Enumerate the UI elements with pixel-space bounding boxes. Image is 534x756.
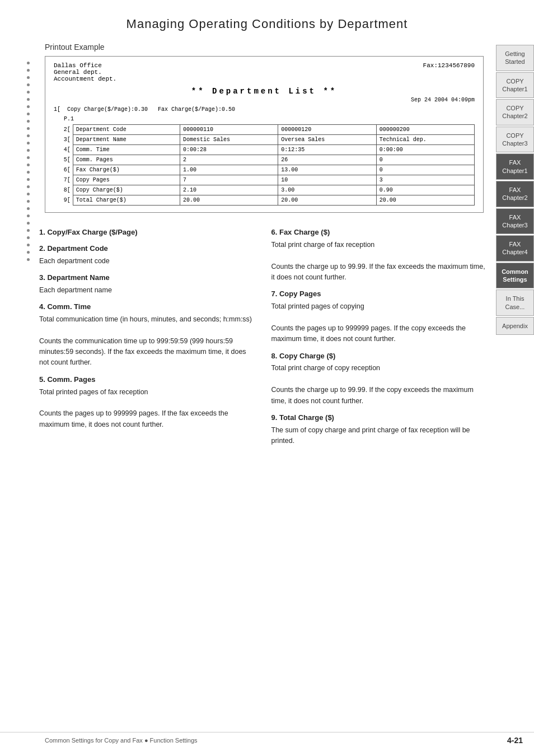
- table-row: 8[ Copy Charge($) 2.10 3.00 0.90: [54, 185, 475, 195]
- cell-data: 0:12:35: [278, 145, 376, 155]
- page-title: Managing Operating Conditions by Departm…: [0, 0, 534, 43]
- desc-heading-5: 5. Comm. Pages: [39, 374, 255, 386]
- desc-heading-8: 8. Copy Charge ($): [271, 351, 487, 362]
- desc-item-7: 7. Copy Pages Total printed pages of cop…: [271, 288, 487, 344]
- charge-line: 1[ Copy Charge($/Page):0.30 Fax Charge($…: [54, 106, 475, 113]
- table-row: 5[ Comm. Pages 2 26 0: [54, 155, 475, 165]
- desc-body-3: Each department name: [39, 285, 255, 296]
- cell-data: Technical dep.: [376, 135, 474, 145]
- footer-text: Common Settings for Copy and Fax ● Funct…: [45, 737, 198, 744]
- desc-body-7: Total printed pages of copying Counts th…: [271, 301, 487, 345]
- cell-data: 000000110: [180, 125, 278, 135]
- row-num: 9[: [54, 195, 73, 206]
- cell-label: Copy Pages: [73, 175, 180, 185]
- desc-item-2: 2. Department Code Each department code: [39, 243, 255, 267]
- tab-fax-chapter1[interactable]: FAXChapter1: [496, 153, 534, 180]
- cell-data: 20.00: [278, 195, 376, 206]
- cell-label: Department Name: [73, 135, 180, 145]
- row-num: 8[: [54, 185, 73, 195]
- cell-data: 26: [278, 155, 376, 165]
- cell-data: 0:00:00: [376, 145, 474, 155]
- table-row: 2[ Department Code 000000110 000000120 0…: [54, 125, 475, 135]
- table-row: 9[ Total Charge($) 20.00 20.00 20.00: [54, 195, 475, 206]
- tab-copy-chapter2[interactable]: COPYChapter2: [496, 99, 534, 125]
- printout-sender: Dallas OfficeGeneral dept.Accountment de…: [54, 62, 116, 82]
- desc-body-8: Total print charge of copy reception Cou…: [271, 363, 487, 407]
- row-num: 7[: [54, 175, 73, 185]
- desc-item-8: 8. Copy Charge ($) Total print charge of…: [271, 351, 487, 407]
- desc-body-9: The sum of copy charge and print charge …: [271, 425, 487, 447]
- desc-body-2: Each department code: [39, 256, 255, 267]
- tab-fax-chapter2[interactable]: FAXChapter2: [496, 181, 534, 207]
- cell-data: 3: [376, 175, 474, 185]
- tab-fax-chapter4[interactable]: FAXChapter4: [496, 235, 534, 262]
- desc-item-1: 1. Copy/Fax Charge ($/Page): [39, 227, 255, 239]
- cell-label: Fax Charge($): [73, 165, 180, 175]
- left-description-col: 1. Copy/Fax Charge ($/Page) 2. Departmen…: [39, 227, 255, 452]
- cell-data: 2.10: [180, 185, 278, 195]
- desc-body-6: Total print charge of fax reception Coun…: [271, 240, 487, 283]
- tab-common-settings[interactable]: CommonSettings: [496, 263, 534, 289]
- cell-label: Comm. Time: [73, 145, 180, 155]
- row-num: 2[: [54, 125, 73, 135]
- cell-data: 0:00:28: [180, 145, 278, 155]
- row-num: 4[: [54, 145, 73, 155]
- sidebar-tabs: GettingStarted COPYChapter1 COPYChapter2…: [496, 45, 534, 335]
- cell-label: Department Code: [73, 125, 180, 135]
- desc-heading-6: 6. Fax Charge ($): [271, 227, 487, 239]
- cell-data: 1.00: [180, 165, 278, 175]
- desc-heading-1: 1. Copy/Fax Charge ($/Page): [39, 228, 138, 236]
- table-row: 4[ Comm. Time 0:00:28 0:12:35 0:00:00: [54, 145, 475, 155]
- cell-data: 10: [278, 175, 376, 185]
- tab-copy-chapter3[interactable]: COPYChapter3: [496, 127, 534, 153]
- desc-heading-9: 9. Total Charge ($): [271, 412, 487, 424]
- cell-data: 000000200: [376, 125, 474, 135]
- cell-label: Copy Charge($): [73, 185, 180, 195]
- cell-label: Comm. Pages: [73, 155, 180, 165]
- desc-item-6: 6. Fax Charge ($) Total print charge of …: [271, 227, 487, 283]
- row-num: 6[: [54, 165, 73, 175]
- cell-data: 000000120: [278, 125, 376, 135]
- dept-list-title: ** Department List **: [54, 87, 475, 96]
- cell-data: 2: [180, 155, 278, 165]
- tab-appendix[interactable]: Appendix: [496, 317, 534, 335]
- desc-body-5: Total printed pages of fax reception Cou…: [39, 387, 255, 431]
- printout-header: Dallas OfficeGeneral dept.Accountment de…: [54, 62, 475, 82]
- desc-heading-4: 4. Comm. Time: [39, 301, 255, 313]
- tab-fax-chapter3[interactable]: FAXChapter3: [496, 208, 534, 235]
- cell-data: 0: [376, 165, 474, 175]
- row-num: 3[: [54, 135, 73, 145]
- cell-data: 0.90: [376, 185, 474, 195]
- right-description-col: 6. Fax Charge ($) Total print charge of …: [271, 227, 487, 452]
- page-footer: Common Settings for Copy and Fax ● Funct…: [0, 732, 534, 745]
- footer-page-number: 4-21: [507, 736, 523, 745]
- table-row: 6[ Fax Charge($) 1.00 13.00 0: [54, 165, 475, 175]
- tab-copy-chapter1[interactable]: COPYChapter1: [496, 72, 534, 99]
- tab-getting-started[interactable]: GettingStarted: [496, 45, 534, 71]
- table-row: 7[ Copy Pages 7 10 3: [54, 175, 475, 185]
- tab-in-this-case[interactable]: In ThisCase...: [496, 290, 534, 316]
- desc-heading-3: 3. Department Name: [39, 272, 255, 284]
- printout-box: Dallas OfficeGeneral dept.Accountment de…: [45, 56, 484, 213]
- cell-label: Total Charge($): [73, 195, 180, 206]
- description-section: 1. Copy/Fax Charge ($/Page) 2. Departmen…: [39, 227, 486, 452]
- page-num: P.1: [54, 116, 475, 122]
- cell-data: 20.00: [180, 195, 278, 206]
- row-num: 5[: [54, 155, 73, 165]
- cell-data: 7: [180, 175, 278, 185]
- desc-item-3: 3. Department Name Each department name: [39, 272, 255, 296]
- cell-data: 13.00: [278, 165, 376, 175]
- desc-heading-7: 7. Copy Pages: [271, 288, 487, 300]
- desc-heading-2: 2. Department Code: [39, 243, 255, 255]
- dept-table: 2[ Department Code 000000110 000000120 0…: [54, 124, 475, 206]
- cell-data: Domestic Sales: [180, 135, 278, 145]
- dots-decoration: [27, 62, 30, 261]
- printout-fax: Fax:1234567890: [423, 62, 475, 82]
- cell-data: 20.00: [376, 195, 474, 206]
- desc-item-9: 9. Total Charge ($) The sum of copy char…: [271, 412, 487, 447]
- cell-data: 0: [376, 155, 474, 165]
- printout-label: Printout Example: [45, 43, 484, 52]
- desc-item-5: 5. Comm. Pages Total printed pages of fa…: [39, 374, 255, 430]
- cell-data: Oversea Sales: [278, 135, 376, 145]
- desc-body-4: Total communication time (in hours, minu…: [39, 314, 255, 368]
